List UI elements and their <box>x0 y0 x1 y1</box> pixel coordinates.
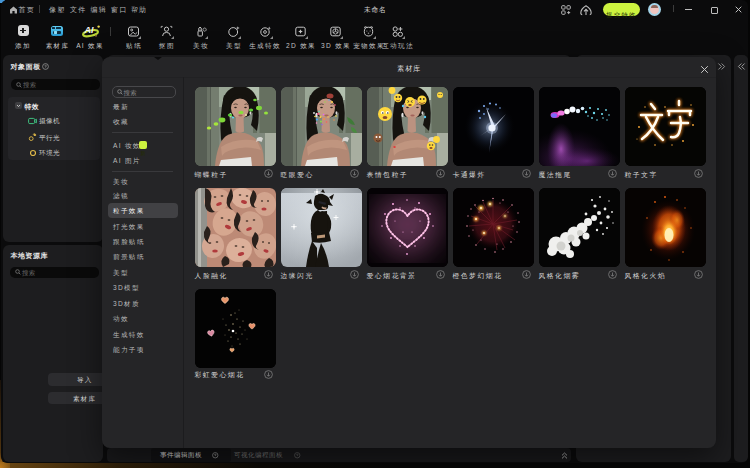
svg-text:AI: AI <box>84 25 94 35</box>
